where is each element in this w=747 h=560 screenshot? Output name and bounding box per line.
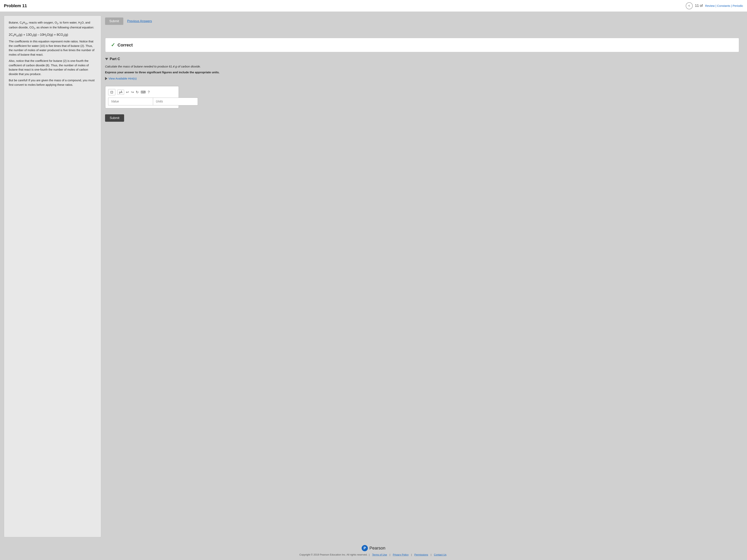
keyboard-icon[interactable]: ⌨ (140, 90, 146, 94)
correct-banner: ✓ Correct (105, 38, 739, 52)
units-input[interactable] (153, 98, 198, 105)
chemical-equation: 2C4H10(g) + 13O2(g)→10H2O(g) + 8CO2(g) (9, 32, 96, 37)
top-bar: Problem 11 < 11 of Review | Constants | … (0, 0, 747, 12)
submit-row: Submit Previous Answers (105, 18, 739, 25)
intro-text: Butane, C4H10, reacts with oxygen, O2, t… (9, 20, 96, 30)
mu-button[interactable]: μÅ (117, 90, 124, 95)
page-indicator: 11 of (695, 4, 703, 8)
view-hint[interactable]: View Available Hint(s) (105, 76, 739, 81)
answer-box: ⊡ μÅ ↩ ↪ ↻ ⌨ ? (105, 86, 179, 108)
pearson-label: Pearson (369, 545, 385, 551)
collapse-icon[interactable] (105, 58, 108, 60)
problem-title: Problem 11 (4, 3, 27, 8)
part-c-body: Calculate the mass of butane needed to p… (105, 64, 739, 83)
submit-section: Submit (105, 112, 739, 122)
part-c-label: Part C (110, 57, 120, 61)
value-units-row (108, 98, 176, 105)
hint-arrow-icon (105, 77, 107, 80)
paragraph1: The coefficients in this equation repres… (9, 39, 96, 57)
matrix-icon: ⊡ (110, 90, 113, 94)
footer-links: Copyright © 2019 Pearson Education Inc. … (300, 553, 447, 556)
redo-icon[interactable]: ↪ (131, 90, 134, 94)
left-panel: Butane, C4H10, reacts with oxygen, O2, t… (4, 16, 101, 537)
top-bar-right: < 11 of Review | Constants | Periodic (686, 2, 743, 9)
matrix-button[interactable]: ⊡ (108, 89, 115, 95)
part-c-instruction: Calculate the mass of butane needed to p… (105, 64, 739, 69)
footer-section: P Pearson Copyright © 2019 Pearson Educa… (0, 541, 747, 560)
submit-button-disabled[interactable]: Submit (105, 18, 123, 25)
paragraph2: Also, notice that the coefficient for bu… (9, 59, 96, 76)
value-input[interactable] (108, 98, 153, 105)
part-c-bold-instruction: Express your answer to three significant… (105, 70, 739, 75)
nav-back-button[interactable]: < (686, 2, 693, 9)
terms-link[interactable]: Terms of Use (372, 553, 387, 556)
right-panel: Submit Previous Answers ✓ Correct Part C… (101, 16, 743, 537)
paragraph3: But be careful! If you are given the mas… (9, 78, 96, 87)
pearson-logo: P Pearson (362, 545, 385, 551)
undo-icon[interactable]: ↩ (126, 90, 129, 94)
correct-label: Correct (118, 43, 133, 48)
prev-answers-link[interactable]: Previous Answers (127, 20, 152, 23)
copyright-text: Copyright © 2019 Pearson Education Inc. … (300, 553, 367, 556)
part-c-header: Part C (105, 57, 739, 61)
contact-link[interactable]: Contact Us (434, 553, 446, 556)
help-icon[interactable]: ? (148, 90, 150, 94)
review-links[interactable]: Review | Constants | Periodic (705, 4, 743, 7)
check-icon: ✓ (111, 42, 115, 48)
privacy-link[interactable]: Privacy Policy (393, 553, 409, 556)
submit-answer-button[interactable]: Submit (105, 114, 124, 122)
toolbar-row: ⊡ μÅ ↩ ↪ ↻ ⌨ ? (108, 89, 176, 95)
refresh-icon[interactable]: ↻ (136, 90, 139, 94)
hint-link-label[interactable]: View Available Hint(s) (108, 76, 137, 81)
permissions-link[interactable]: Permissions (414, 553, 428, 556)
pearson-circle-icon: P (362, 545, 368, 551)
main-content: Butane, C4H10, reacts with oxygen, O2, t… (0, 12, 747, 541)
